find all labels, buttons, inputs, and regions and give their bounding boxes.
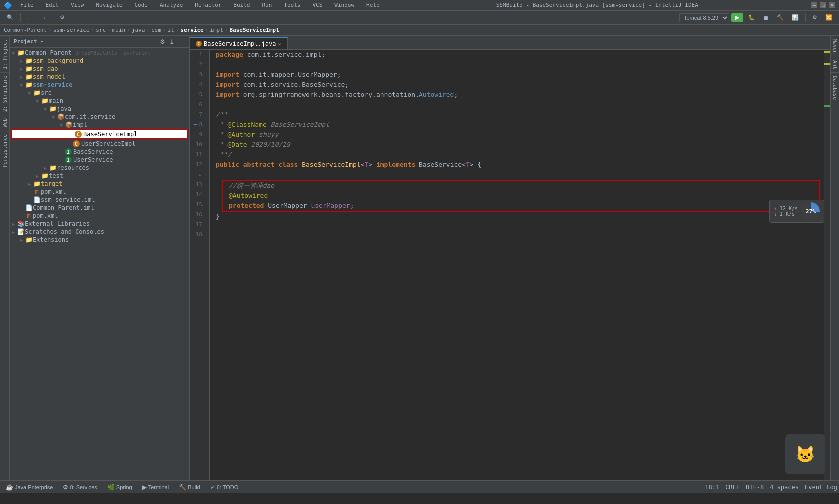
persistence-tab[interactable]: Persistence [0,131,9,170]
spring-btn[interactable]: 🌿 Spring [103,483,136,491]
tree-item-root-pom-xml[interactable]: m pom.xml [10,212,189,220]
menu-help[interactable]: Help [362,1,384,9]
toolbar-back-btn[interactable]: ← [24,14,36,22]
tree-item-scratches[interactable]: ▶ 📝 Scratches and Consoles [10,228,189,236]
minimize-button[interactable]: ─ [811,2,817,8]
breadcrumb-java[interactable]: java [132,27,145,33]
toolbar-sep-3 [805,13,806,22]
encoding[interactable]: UTF-8 [746,484,764,491]
settings-gear-button[interactable]: ⚙ [809,13,820,22]
cursor-position[interactable]: 18:1 [705,484,719,491]
tree-item-ssm-model[interactable]: ▶ 📁 ssm-model [10,73,189,81]
download-speed: ↓ 1 K/s [774,211,798,217]
java-enterprise-btn[interactable]: ☕ Java Enterprise [2,483,57,491]
coverage-button[interactable]: 📊 [789,13,802,22]
window-title: SSMBuild - BaseServiceImpl.java [ssm-ser… [384,2,811,8]
menu-window[interactable]: Window [330,1,358,9]
build-button[interactable]: 🔨 [774,13,787,22]
tree-item-ssm-background[interactable]: ▶ 📁 ssm-background [10,57,189,65]
todo-btn[interactable]: ✓ 6: TODO [206,483,243,491]
menu-edit[interactable]: Edit [42,1,63,9]
toolbar-forward-btn[interactable]: → [38,14,49,22]
run-button[interactable]: ▶ [731,13,743,22]
project-tab[interactable]: 1: Project [0,36,9,72]
breadcrumb-com[interactable]: com [151,27,161,33]
menu-refactor[interactable]: Refactor [191,1,225,9]
base-service-impl-label: BaseServiceImpl [83,131,137,138]
tab-close-icon[interactable]: ✕ [278,41,281,47]
tree-item-base-service-impl[interactable]: C BaseServiceImpl [11,129,188,139]
line-ending[interactable]: CRLF [725,484,740,491]
tree-item-target[interactable]: ▶ 📁 target [10,180,189,188]
close-button[interactable]: ✕ [829,2,835,8]
terminal-btn[interactable]: ▶ Terminal [138,483,173,491]
code-line-18 [210,222,824,232]
run-configuration-selector[interactable]: Tomcat 8.5.29 [679,13,729,22]
menu-tools[interactable]: Tools [280,1,304,9]
code-content[interactable]: package com.it.service.impl; import com.… [210,50,824,480]
code-line-8: * @ClassName BaseServiceImpl [210,120,824,130]
breadcrumb-src[interactable]: src [96,27,106,33]
tree-item-common-parent-iml[interactable]: 📄 Common-Parent.iml [10,204,189,212]
menu-file[interactable]: File [16,1,38,9]
breadcrumb-ssm-service[interactable]: ssm-service [53,27,90,33]
tree-item-ssm-dao[interactable]: ▶ 📁 ssm-dao [10,65,189,73]
left-vertical-tabs: 1: Project 2: Structure Web Persistence [0,36,10,480]
breadcrumb-common-parent[interactable]: Common-Parent [4,27,47,33]
ant-tab[interactable]: Ant [831,57,839,73]
tree-item-pom-xml[interactable]: m pom.xml [10,188,189,196]
menu-view[interactable]: View [67,1,88,9]
tree-item-ssm-service-iml[interactable]: 📄 ssm-service.iml [10,196,189,204]
gutter-mark-2 [824,63,830,65]
indent[interactable]: 4 spaces [770,484,799,491]
gutter-mark-3 [824,105,830,107]
tree-item-user-service-impl[interactable]: C UserServiceImpl [10,140,189,148]
menu-vcs[interactable]: VCS [308,1,326,9]
breadcrumb-impl[interactable]: impl [210,27,223,33]
tree-item-user-service[interactable]: I UserService [10,156,189,164]
tree-item-extensions[interactable]: ▶ 📁 Extensions [10,236,189,244]
tree-item-impl[interactable]: ▼ 📦 impl [10,121,189,129]
web-tab[interactable]: Web [0,115,9,130]
breadcrumb-main[interactable]: main [112,27,126,33]
menu-navigate[interactable]: Navigate [92,1,127,9]
network-usage-value: 27% [806,208,816,215]
toolbar-settings-btn[interactable]: ⚙ [57,13,68,22]
tree-item-main[interactable]: ▼ 📁 main [10,97,189,105]
tree-hide-btn[interactable]: — [177,38,185,45]
tree-item-com-it-service[interactable]: ▼ 📦 com.it.service [10,113,189,121]
stop-button[interactable]: ⏹ [760,14,772,22]
tree-item-ssm-service[interactable]: ▼ 📁 ssm-service [10,81,189,89]
tree-item-base-service[interactable]: I BaseService [10,148,189,156]
network-speeds: ↑ 12 K/s ↓ 1 K/s [774,206,798,217]
tree-item-java[interactable]: ▼ 📁 java [10,105,189,113]
database-tab[interactable]: Database [831,73,839,103]
maximize-button[interactable]: □ [820,2,826,8]
menu-code[interactable]: Code [130,1,152,9]
breadcrumb-it[interactable]: it [167,27,174,33]
tree-item-resources[interactable]: ▶ 📁 resources [10,164,189,172]
event-log[interactable]: Event Log [805,484,837,491]
right-gutter [824,50,830,480]
toolbar-search-btn[interactable]: 🔍 [4,13,17,22]
breadcrumb-baseserviceimpl[interactable]: BaseServiceImpl [229,27,279,33]
tree-item-external-libraries[interactable]: ▶ 📚 External Libraries [10,220,189,228]
maven-tab[interactable]: Maven [831,36,839,57]
tree-item-common-parent[interactable]: ▼ 📁 Common-Parent D:\SSMBuild\Common-Par… [10,49,189,57]
services-btn[interactable]: ⚙ 8: Services [59,483,101,491]
build-btn[interactable]: 🔨 Build [175,483,204,491]
tree-collapse-btn[interactable]: ⤓ [168,38,175,45]
menu-build[interactable]: Build [229,1,254,9]
code-line-16: protected UserMapper userMapper; [223,201,819,211]
tab-base-service-impl[interactable]: C BaseServiceImpl.java ✕ [190,37,288,49]
menu-run[interactable]: Run [258,1,276,9]
debug-button[interactable]: 🐛 [745,13,758,22]
breadcrumb-service[interactable]: service [180,27,203,33]
git-button[interactable]: 🔀 [822,13,835,22]
network-widget: ↑ 12 K/s ↓ 1 K/s 27% [769,200,824,223]
tree-item-src[interactable]: ▼ 📁 src [10,89,189,97]
menu-analyze[interactable]: Analyze [156,1,187,9]
structure-tab[interactable]: 2: Structure [0,72,9,115]
tree-settings-btn[interactable]: ⚙ [159,38,166,45]
tree-item-test[interactable]: ▶ 📁 test [10,172,189,180]
